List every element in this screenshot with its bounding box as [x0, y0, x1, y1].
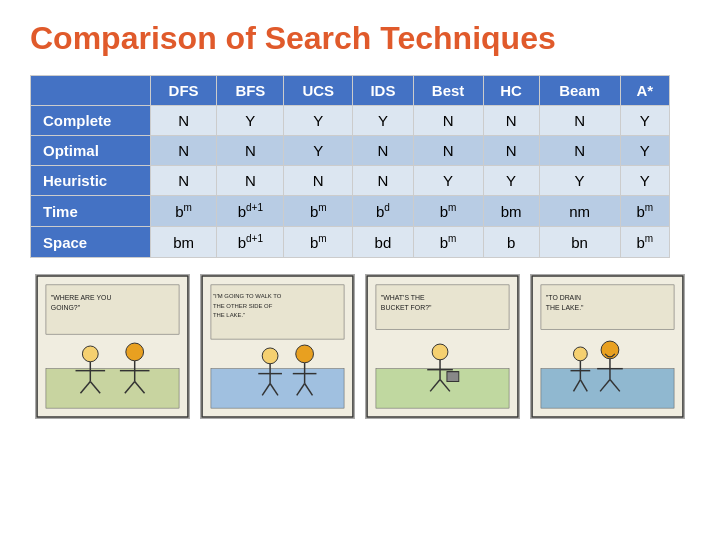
table-row: Heuristic N N N N Y Y Y Y: [31, 166, 670, 196]
cell-complete-ids: Y: [353, 106, 413, 136]
cell-complete-hc: N: [483, 106, 539, 136]
comparison-table-wrapper: DFS BFS UCS IDS Best HC Beam A* Complete…: [30, 75, 690, 258]
cell-space-ucs: bm: [284, 227, 353, 258]
cell-time-astar: bm: [620, 196, 669, 227]
cell-optimal-astar: Y: [620, 136, 669, 166]
col-header-hc: HC: [483, 76, 539, 106]
svg-point-39: [432, 344, 448, 360]
comparison-table: DFS BFS UCS IDS Best HC Beam A* Complete…: [30, 75, 670, 258]
svg-rect-22: [211, 369, 344, 408]
cell-space-dfs: bm: [150, 227, 217, 258]
svg-text:THE LAKE.": THE LAKE.": [546, 304, 584, 311]
cell-optimal-ids: N: [353, 136, 413, 166]
svg-point-57: [573, 347, 587, 361]
cell-complete-ucs: Y: [284, 106, 353, 136]
comics-section: "WHERE ARE YOU GOING?": [30, 274, 690, 419]
row-label-optimal: Optimal: [31, 136, 151, 166]
col-header-bfs: BFS: [217, 76, 284, 106]
col-header-beam: Beam: [539, 76, 620, 106]
svg-rect-51: [541, 369, 674, 408]
cell-heuristic-astar: Y: [620, 166, 669, 196]
cell-optimal-beam: N: [539, 136, 620, 166]
cell-heuristic-beam: Y: [539, 166, 620, 196]
cell-time-dfs: bm: [150, 196, 217, 227]
cell-optimal-dfs: N: [150, 136, 217, 166]
cell-optimal-ucs: Y: [284, 136, 353, 166]
comic-panel-1: "WHERE ARE YOU GOING?": [35, 274, 190, 419]
table-row: Space bm bd+1 bm bd bm b bn bm: [31, 227, 670, 258]
cell-heuristic-bfs: N: [217, 166, 284, 196]
cell-complete-dfs: N: [150, 106, 217, 136]
cell-space-astar: bm: [620, 227, 669, 258]
cell-space-best: bm: [413, 227, 483, 258]
svg-point-6: [82, 346, 98, 362]
svg-point-11: [126, 343, 144, 361]
svg-text:BUCKET FOR?": BUCKET FOR?": [381, 304, 432, 311]
cell-complete-beam: N: [539, 106, 620, 136]
cell-time-beam: nm: [539, 196, 620, 227]
cell-space-ids: bd: [353, 227, 413, 258]
col-header-ucs: UCS: [284, 76, 353, 106]
col-header-dfs: DFS: [150, 76, 217, 106]
svg-point-52: [601, 341, 619, 359]
comic-panel-4: "TO DRAIN THE LAKE.": [530, 274, 685, 419]
svg-text:"I'M GOING TO WALK TO: "I'M GOING TO WALK TO: [213, 293, 282, 299]
cell-heuristic-hc: Y: [483, 166, 539, 196]
svg-text:"WHAT'S THE: "WHAT'S THE: [381, 294, 425, 301]
cell-space-hc: b: [483, 227, 539, 258]
col-header-astar: A*: [620, 76, 669, 106]
table-row: Complete N Y Y Y N N N Y: [31, 106, 670, 136]
page-title: Comparison of Search Techniques: [30, 20, 690, 57]
comic-panel-2: "I'M GOING TO WALK TO THE OTHER SIDE OF …: [200, 274, 355, 419]
cell-optimal-bfs: N: [217, 136, 284, 166]
cell-heuristic-dfs: N: [150, 166, 217, 196]
col-header-best: Best: [413, 76, 483, 106]
cell-complete-bfs: Y: [217, 106, 284, 136]
row-label-time: Time: [31, 196, 151, 227]
table-row: Time bm bd+1 bm bd bm bm nm bm: [31, 196, 670, 227]
svg-text:"WHERE ARE YOU: "WHERE ARE YOU: [51, 294, 112, 301]
svg-text:THE LAKE.": THE LAKE.": [213, 312, 245, 318]
cell-time-best: bm: [413, 196, 483, 227]
row-label-heuristic: Heuristic: [31, 166, 151, 196]
cell-complete-astar: Y: [620, 106, 669, 136]
row-label-complete: Complete: [31, 106, 151, 136]
col-header-ids: IDS: [353, 76, 413, 106]
col-header-empty: [31, 76, 151, 106]
row-label-space: Space: [31, 227, 151, 258]
svg-rect-38: [376, 369, 509, 408]
table-row: Optimal N N Y N N N N Y: [31, 136, 670, 166]
page: Comparison of Search Techniques DFS BFS …: [0, 0, 720, 540]
svg-rect-5: [46, 369, 179, 408]
cell-space-bfs: bd+1: [217, 227, 284, 258]
cell-time-ucs: bm: [284, 196, 353, 227]
svg-point-28: [296, 345, 314, 363]
cell-complete-best: N: [413, 106, 483, 136]
svg-text:"TO DRAIN: "TO DRAIN: [546, 294, 581, 301]
cell-optimal-hc: N: [483, 136, 539, 166]
cell-time-hc: bm: [483, 196, 539, 227]
svg-point-23: [262, 348, 278, 364]
comic-panel-3: "WHAT'S THE BUCKET FOR?": [365, 274, 520, 419]
cell-heuristic-ids: N: [353, 166, 413, 196]
svg-text:GOING?": GOING?": [51, 304, 81, 311]
svg-rect-44: [447, 372, 459, 382]
cell-heuristic-ucs: N: [284, 166, 353, 196]
cell-optimal-best: N: [413, 136, 483, 166]
cell-space-beam: bn: [539, 227, 620, 258]
cell-time-bfs: bd+1: [217, 196, 284, 227]
cell-time-ids: bd: [353, 196, 413, 227]
cell-heuristic-best: Y: [413, 166, 483, 196]
svg-text:THE OTHER SIDE OF: THE OTHER SIDE OF: [213, 303, 273, 309]
